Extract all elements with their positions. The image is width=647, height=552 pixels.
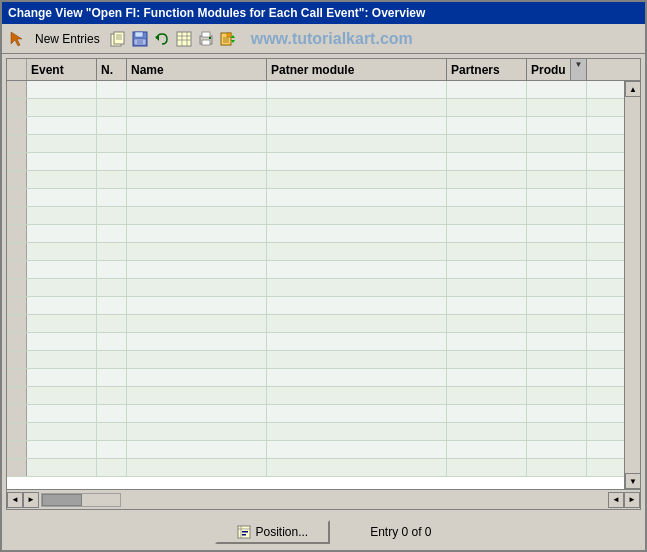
position-label: Position... bbox=[255, 525, 308, 539]
scroll-right-arrow[interactable]: ► bbox=[624, 492, 640, 508]
table-cell bbox=[97, 243, 127, 260]
table-row bbox=[7, 333, 640, 351]
table-cell bbox=[447, 81, 527, 98]
table-cell bbox=[527, 441, 587, 458]
table-cell bbox=[127, 243, 267, 260]
h-scroll-left-arrows[interactable]: ◄ ► bbox=[7, 492, 39, 508]
table-cell bbox=[97, 99, 127, 116]
undo-icon[interactable] bbox=[153, 30, 171, 48]
table-cell bbox=[527, 459, 587, 476]
table-cell bbox=[97, 81, 127, 98]
table-cell bbox=[527, 225, 587, 242]
header-row-selector bbox=[7, 59, 27, 80]
row-selector-cell bbox=[7, 387, 27, 404]
export-icon[interactable] bbox=[219, 30, 237, 48]
header-name: Name bbox=[127, 59, 267, 80]
table-cell bbox=[527, 81, 587, 98]
new-entries-button[interactable]: New Entries bbox=[30, 29, 105, 49]
table-cell bbox=[267, 81, 447, 98]
table-cell bbox=[127, 117, 267, 134]
table-cell bbox=[27, 351, 97, 368]
table-row bbox=[7, 369, 640, 387]
table-container: Event N. Name Patner module Partners Pro… bbox=[6, 58, 641, 510]
svg-rect-17 bbox=[202, 32, 210, 37]
table-cell bbox=[267, 279, 447, 296]
scroll-up-arrow[interactable]: ▲ bbox=[625, 81, 640, 97]
table-cell bbox=[527, 171, 587, 188]
table-cell bbox=[267, 153, 447, 170]
table-row bbox=[7, 351, 640, 369]
h-scroll-track[interactable] bbox=[41, 493, 121, 507]
table-cell bbox=[27, 441, 97, 458]
status-bar: Position... Entry 0 of 0 bbox=[2, 514, 645, 550]
table-cell bbox=[127, 81, 267, 98]
table-row bbox=[7, 405, 640, 423]
position-button[interactable]: Position... bbox=[215, 520, 330, 544]
table-cell bbox=[447, 297, 527, 314]
row-selector-cell bbox=[7, 315, 27, 332]
table-cell bbox=[97, 117, 127, 134]
table-cell bbox=[447, 315, 527, 332]
table-cell bbox=[127, 315, 267, 332]
scroll-right-arrow-left-side[interactable]: ► bbox=[23, 492, 39, 508]
table-cell bbox=[527, 99, 587, 116]
table-cell bbox=[267, 225, 447, 242]
row-selector-cell bbox=[7, 351, 27, 368]
table-cell bbox=[527, 405, 587, 422]
print-icon[interactable] bbox=[197, 30, 215, 48]
table-cell bbox=[267, 459, 447, 476]
row-selector-cell bbox=[7, 459, 27, 476]
scroll-left-arrow-right[interactable]: ◄ bbox=[608, 492, 624, 508]
row-selector-cell bbox=[7, 153, 27, 170]
svg-rect-18 bbox=[202, 40, 210, 45]
table-cell bbox=[267, 405, 447, 422]
table-cell bbox=[27, 117, 97, 134]
svg-marker-26 bbox=[231, 40, 235, 43]
row-selector-cell bbox=[7, 279, 27, 296]
table-cell bbox=[267, 117, 447, 134]
table-view-icon[interactable] bbox=[175, 30, 193, 48]
table-cell bbox=[447, 117, 527, 134]
row-selector-cell bbox=[7, 441, 27, 458]
table-cell bbox=[527, 243, 587, 260]
table-cell bbox=[27, 99, 97, 116]
table-cell bbox=[527, 189, 587, 206]
h-scroll-right-arrows[interactable]: ◄ ► bbox=[608, 492, 640, 508]
table-cell bbox=[97, 279, 127, 296]
table-cell bbox=[127, 99, 267, 116]
table-cell bbox=[27, 153, 97, 170]
table-cell bbox=[27, 423, 97, 440]
svg-rect-2 bbox=[114, 32, 124, 44]
table-cell bbox=[527, 153, 587, 170]
copy-documents-icon[interactable] bbox=[109, 30, 127, 48]
table-cell bbox=[97, 351, 127, 368]
table-cell bbox=[447, 153, 527, 170]
table-cell bbox=[97, 387, 127, 404]
table-cell bbox=[267, 369, 447, 386]
table-cell bbox=[267, 189, 447, 206]
new-entries-label: New Entries bbox=[35, 32, 100, 46]
scroll-down-arrow[interactable]: ▼ bbox=[625, 473, 640, 489]
table-cell bbox=[27, 261, 97, 278]
table-cell bbox=[527, 351, 587, 368]
table-cell bbox=[127, 189, 267, 206]
table-cell bbox=[97, 261, 127, 278]
watermark: www.tutorialkart.com bbox=[251, 30, 413, 48]
svg-rect-7 bbox=[135, 32, 143, 37]
scroll-left-arrow[interactable]: ◄ bbox=[7, 492, 23, 508]
table-row bbox=[7, 459, 640, 477]
save-icon[interactable] bbox=[131, 30, 149, 48]
vertical-scrollbar[interactable]: ▲ ▼ bbox=[624, 81, 640, 489]
table-cell bbox=[97, 225, 127, 242]
table-cell bbox=[447, 423, 527, 440]
row-selector-cell bbox=[7, 405, 27, 422]
table-cell bbox=[527, 297, 587, 314]
table-row bbox=[7, 387, 640, 405]
table-cell bbox=[27, 369, 97, 386]
header-n: N. bbox=[97, 59, 127, 80]
table-row bbox=[7, 99, 640, 117]
table-row bbox=[7, 153, 640, 171]
table-cell bbox=[97, 171, 127, 188]
table-cell bbox=[527, 261, 587, 278]
table-cell bbox=[267, 297, 447, 314]
